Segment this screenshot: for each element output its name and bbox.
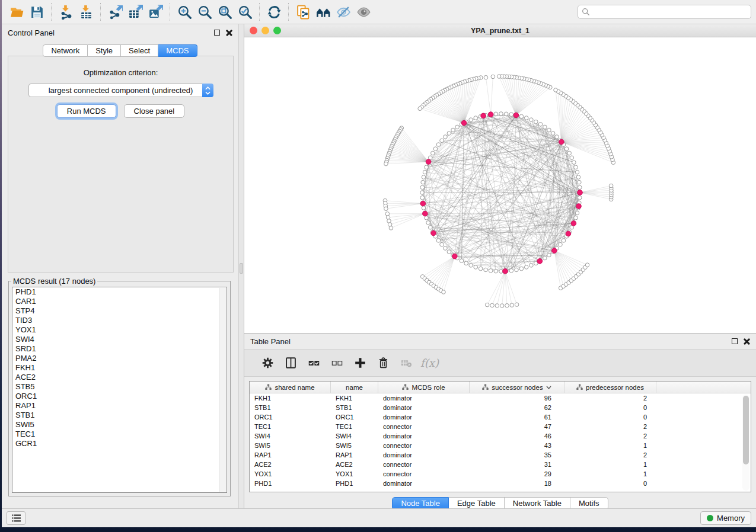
import-table-button[interactable]	[76, 2, 96, 21]
network-node[interactable]	[575, 211, 579, 215]
network-node[interactable]	[494, 112, 498, 116]
mcds-result-item[interactable]: STB5	[12, 382, 227, 392]
table-row[interactable]: ACE2ACE2connector311	[250, 460, 751, 469]
export-table-button[interactable]	[125, 2, 145, 21]
cell-name[interactable]: RAP1	[331, 451, 378, 459]
network-node[interactable]	[481, 113, 486, 118]
network-node[interactable]	[537, 259, 543, 264]
network-node[interactable]	[559, 242, 563, 246]
cell-predecessor_nodes[interactable]: 0	[564, 480, 656, 487]
cell-shared_name[interactable]: SWI5	[250, 442, 331, 449]
network-node[interactable]	[529, 264, 534, 268]
mcds-result-item[interactable]: CAR1	[12, 297, 227, 306]
network-node[interactable]	[504, 112, 508, 116]
cell-name[interactable]: FKH1	[331, 395, 378, 402]
column-header-successor-nodes[interactable]: successor nodes	[470, 382, 564, 393]
cell-name[interactable]: ACE2	[331, 461, 378, 468]
network-node[interactable]	[489, 269, 493, 273]
table-row[interactable]: ORC1ORC1dominator610	[250, 412, 751, 422]
network-node[interactable]	[488, 112, 493, 117]
table-row[interactable]: SWI4SWI4dominator462	[250, 431, 751, 441]
network-canvas[interactable]	[244, 37, 756, 333]
cell-mcds_role[interactable]: connector	[378, 423, 470, 430]
network-node[interactable]	[566, 231, 571, 236]
cell-successor_nodes[interactable]: 61	[470, 414, 564, 421]
search-input[interactable]	[593, 6, 747, 18]
cell-mcds_role[interactable]: dominator	[378, 395, 470, 402]
network-node[interactable]	[420, 191, 425, 195]
tab-select[interactable]: Select	[121, 44, 158, 57]
cell-successor_nodes[interactable]: 62	[470, 404, 564, 411]
export-network-button[interactable]	[105, 2, 125, 21]
cell-predecessor_nodes[interactable]: 1	[564, 442, 656, 449]
cell-predecessor_nodes[interactable]: 1	[564, 461, 656, 468]
network-node[interactable]	[469, 264, 473, 268]
table-row[interactable]: RAP1RAP1dominator352	[250, 450, 751, 460]
network-node[interactable]	[559, 139, 564, 145]
cell-mcds_role[interactable]: connector	[378, 461, 470, 468]
show-all-button[interactable]	[353, 2, 374, 21]
network-node[interactable]	[576, 175, 580, 180]
mcds-result-list[interactable]: PHD1CAR1STP4TID3YOX1SWI4SRD1PMA2FKH1ACE2…	[12, 287, 227, 493]
network-node[interactable]	[567, 151, 572, 155]
splitter-handle[interactable]	[240, 263, 243, 274]
cell-shared_name[interactable]: ORC1	[250, 414, 331, 421]
network-node[interactable]	[543, 125, 547, 129]
cell-successor_nodes[interactable]: 96	[470, 395, 564, 402]
network-node[interactable]	[519, 267, 524, 271]
mcds-result-item[interactable]: STP4	[12, 306, 227, 316]
tab-style[interactable]: Style	[88, 44, 121, 57]
cell-successor_nodes[interactable]: 47	[470, 423, 564, 430]
network-node[interactable]	[474, 116, 478, 120]
network-node[interactable]	[578, 196, 582, 200]
network-node[interactable]	[529, 118, 534, 122]
cell-successor_nodes[interactable]: 43	[470, 442, 564, 449]
table-scrollbar-thumb[interactable]	[743, 396, 749, 464]
hide-selected-button[interactable]	[333, 2, 353, 21]
cell-mcds_role[interactable]: dominator	[378, 414, 470, 421]
network-node[interactable]	[484, 268, 488, 272]
mcds-result-item[interactable]: SRD1	[12, 344, 227, 354]
network-node[interactable]	[497, 75, 501, 79]
network-node[interactable]	[494, 269, 498, 273]
mcds-result-item[interactable]: YOX1	[12, 325, 227, 335]
cell-shared_name[interactable]: FKH1	[250, 395, 331, 402]
network-node[interactable]	[440, 139, 444, 143]
network-node[interactable]	[447, 132, 451, 136]
network-node[interactable]	[484, 75, 488, 79]
network-node[interactable]	[428, 226, 432, 230]
network-node[interactable]	[433, 147, 438, 151]
network-node[interactable]	[431, 230, 436, 236]
table-row[interactable]: PHD1PHD1dominator180	[250, 479, 751, 488]
network-node[interactable]	[474, 265, 478, 270]
column-header-MCDS-role[interactable]: MCDS role	[378, 382, 470, 393]
network-node[interactable]	[572, 161, 576, 165]
table-row[interactable]: YOX1YOX1connector291	[250, 469, 751, 479]
cell-shared_name[interactable]: YOX1	[250, 470, 331, 477]
zoom-fit-button[interactable]	[215, 2, 235, 21]
table-row[interactable]: SWI5SWI5connector431	[250, 441, 751, 450]
network-node[interactable]	[499, 112, 503, 116]
float-panel-icon[interactable]	[214, 30, 220, 36]
network-node[interactable]	[509, 269, 513, 273]
network-node[interactable]	[420, 201, 426, 206]
network-node[interactable]	[440, 242, 444, 246]
mcds-result-item[interactable]: SWI4	[12, 335, 227, 344]
cell-predecessor_nodes[interactable]: 2	[564, 423, 656, 430]
network-node[interactable]	[455, 125, 460, 129]
mcds-result-item[interactable]: ORC1	[12, 392, 227, 401]
network-node[interactable]	[490, 303, 495, 307]
network-node[interactable]	[509, 113, 513, 117]
network-node[interactable]	[386, 216, 390, 220]
cell-mcds_role[interactable]: connector	[378, 470, 470, 477]
network-node[interactable]	[547, 253, 551, 257]
cell-mcds_role[interactable]: dominator	[378, 404, 470, 411]
network-node[interactable]	[418, 107, 422, 111]
network-node[interactable]	[571, 221, 576, 226]
network-node[interactable]	[503, 269, 508, 274]
network-node[interactable]	[562, 239, 566, 243]
cell-predecessor_nodes[interactable]: 2	[564, 451, 656, 459]
cell-name[interactable]: PHD1	[331, 480, 378, 487]
network-node[interactable]	[519, 114, 524, 118]
cell-successor_nodes[interactable]: 29	[470, 470, 564, 477]
